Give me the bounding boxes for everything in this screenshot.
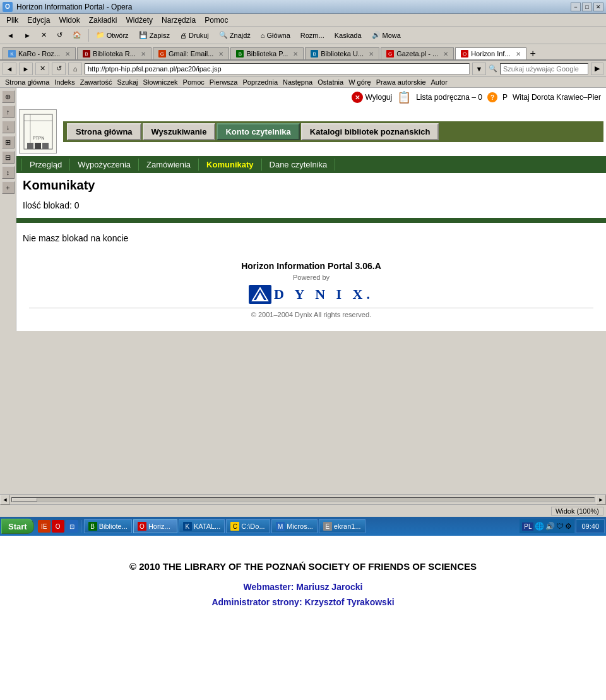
tab-3[interactable]: B Biblioteka P... ✕ bbox=[230, 47, 304, 59]
home2-button[interactable]: ⌂Główna bbox=[256, 30, 295, 41]
tab-close-1[interactable]: ✕ bbox=[141, 51, 146, 57]
taskbar-item-1[interactable]: O Horiz... bbox=[133, 519, 177, 533]
find-button[interactable]: 🔍Znajdź bbox=[215, 29, 255, 41]
nav-szukaj[interactable]: Szukaj bbox=[117, 78, 138, 86]
nav-zawartosc[interactable]: Zawartość bbox=[80, 78, 112, 86]
logout-button[interactable]: ✕ Wyloguj bbox=[352, 92, 393, 103]
minimize-button[interactable]: − bbox=[571, 3, 581, 11]
mowa-button[interactable]: 🔊Mowa bbox=[367, 29, 405, 41]
taskbar-item-2[interactable]: K KATAL... bbox=[179, 519, 225, 533]
nav-forward[interactable]: ► bbox=[19, 63, 33, 75]
clock[interactable]: 09:40 bbox=[576, 519, 605, 533]
sub-nav-komunikaty[interactable]: Komunikaty bbox=[199, 159, 261, 171]
tab-close-0[interactable]: ✕ bbox=[65, 51, 70, 57]
close-button[interactable]: ✕ bbox=[593, 3, 603, 11]
tray-antivirus[interactable]: 🛡 bbox=[556, 522, 564, 531]
ql-icon-1[interactable]: IE bbox=[38, 520, 50, 533]
reload-button[interactable]: ↺ bbox=[52, 29, 67, 41]
start-button[interactable]: Start bbox=[1, 519, 34, 534]
nav-slowniczek[interactable]: Słowniczek bbox=[143, 78, 178, 86]
home-button[interactable]: 🏠 bbox=[68, 29, 86, 41]
nav-ostatnia[interactable]: Ostatnia bbox=[318, 78, 343, 86]
menu-plik[interactable]: Plik bbox=[3, 15, 22, 25]
menu-zakladki[interactable]: Zakładki bbox=[85, 15, 121, 25]
nav-btn-katalogi[interactable]: Katalogi bibliotek poznańskich bbox=[301, 123, 439, 140]
nav-stop[interactable]: ✕ bbox=[35, 63, 49, 75]
print-button[interactable]: 🖨Drukuj bbox=[175, 30, 213, 41]
side-icon-6[interactable]: ↕ bbox=[2, 166, 15, 179]
nav-strona-glowna[interactable]: Strona główna bbox=[5, 78, 49, 86]
menu-edycja[interactable]: Edycja bbox=[23, 15, 54, 25]
tray-volume[interactable]: 🔊 bbox=[545, 522, 555, 531]
taskbar-item-3[interactable]: C C:\Do... bbox=[226, 519, 270, 533]
tab-4[interactable]: B Biblioteka U... ✕ bbox=[305, 47, 379, 59]
side-icon-5[interactable]: ⊟ bbox=[2, 151, 15, 164]
tab-close-5[interactable]: ✕ bbox=[443, 51, 448, 57]
back-button[interactable]: ◄ bbox=[3, 30, 18, 41]
scroll-right[interactable]: ► bbox=[596, 495, 606, 505]
nav-autor[interactable]: Autor bbox=[431, 78, 448, 86]
nav-home[interactable]: ⌂ bbox=[68, 63, 82, 75]
bookmark-icon[interactable]: 📋 bbox=[397, 90, 411, 104]
tab-6[interactable]: O Horizon Inf... ✕ bbox=[455, 47, 526, 59]
tray-network[interactable]: 🌐 bbox=[535, 522, 544, 531]
nav-pierwsza[interactable]: Pierwsza bbox=[210, 78, 238, 86]
tab-close-6[interactable]: ✕ bbox=[516, 51, 521, 57]
side-icon-3[interactable]: ↓ bbox=[2, 121, 15, 133]
open-button[interactable]: 📁Otwórz bbox=[92, 29, 133, 41]
menu-widok[interactable]: Widok bbox=[55, 15, 83, 25]
sub-nav-dane[interactable]: Dane czytelnika bbox=[262, 159, 336, 171]
nav-btn-konto[interactable]: Konto czytelnika bbox=[217, 123, 299, 140]
forward-button[interactable]: ► bbox=[20, 30, 35, 41]
nav-w-gore[interactable]: W górę bbox=[348, 78, 371, 86]
nav-prawa[interactable]: Prawa autorskie bbox=[376, 78, 426, 86]
stop-button[interactable]: ✕ bbox=[37, 29, 51, 41]
taskbar-item-0[interactable]: B Bibliote... bbox=[84, 519, 132, 533]
nav-indeks[interactable]: Indeks bbox=[54, 78, 74, 86]
side-icon-4[interactable]: ⊞ bbox=[2, 136, 15, 148]
search-input[interactable] bbox=[500, 63, 588, 75]
address-go[interactable]: ▼ bbox=[472, 63, 486, 75]
tab-close-2[interactable]: ✕ bbox=[218, 51, 223, 57]
ql-icon-2[interactable]: O bbox=[52, 520, 64, 533]
menu-widzety[interactable]: Widżety bbox=[122, 15, 157, 25]
ql-icon-3[interactable]: ⊡ bbox=[66, 520, 78, 533]
side-icon-2[interactable]: ↑ bbox=[2, 106, 15, 118]
sub-nav-przeglad[interactable]: Przegląd bbox=[21, 159, 70, 171]
menu-narzedzia[interactable]: Narzędzia bbox=[158, 15, 199, 25]
sub-nav-wypozyczenia[interactable]: Wypożyczenia bbox=[70, 159, 139, 171]
tab-2[interactable]: G Gmail: Email... ✕ bbox=[153, 47, 230, 59]
maximize-button[interactable]: □ bbox=[582, 3, 592, 11]
kaskada-button[interactable]: Kaskada bbox=[330, 30, 366, 41]
tab-close-3[interactable]: ✕ bbox=[293, 51, 298, 57]
save-button[interactable]: 💾Zapisz bbox=[134, 29, 174, 41]
help-icon[interactable]: ? bbox=[487, 92, 497, 102]
tray-misc[interactable]: ⚙ bbox=[565, 522, 572, 531]
taskbar-item-4[interactable]: M Micros... bbox=[271, 519, 318, 533]
nav-nastepna[interactable]: Następna bbox=[283, 78, 312, 86]
search-go-button[interactable]: ▶ bbox=[591, 63, 603, 75]
scroll-track[interactable] bbox=[11, 497, 595, 502]
nav-back[interactable]: ◄ bbox=[3, 63, 16, 75]
scroll-left[interactable]: ◄ bbox=[0, 495, 10, 505]
new-tab-button[interactable]: + bbox=[528, 48, 538, 59]
menu-pomoc[interactable]: Pomoc bbox=[201, 15, 232, 25]
tab-5[interactable]: G Gazeta.pl - ... ✕ bbox=[381, 47, 454, 59]
taskbar-item-5[interactable]: E ekran1... bbox=[319, 519, 365, 533]
nav-pomoc[interactable]: Pomoc bbox=[183, 78, 205, 86]
side-icon-7[interactable]: + bbox=[2, 181, 15, 194]
nav-reload[interactable]: ↺ bbox=[52, 63, 66, 75]
side-icon-1[interactable]: ⊕ bbox=[2, 90, 15, 103]
address-input[interactable] bbox=[85, 63, 470, 75]
nav-btn-strona[interactable]: Strona główna bbox=[67, 123, 141, 140]
nav-poprzednia[interactable]: Poprzednia bbox=[242, 78, 278, 86]
tray-lang[interactable]: PL bbox=[522, 522, 533, 531]
tab-close-4[interactable]: ✕ bbox=[369, 51, 374, 57]
tab-0[interactable]: K KaRo - Roz... ✕ bbox=[3, 47, 76, 59]
tab-1[interactable]: B Biblioteka R... ✕ bbox=[77, 47, 152, 59]
rozmiec-button[interactable]: Rozm... bbox=[296, 30, 329, 41]
zoom-level[interactable]: Widok (100%) bbox=[551, 507, 603, 516]
sub-nav-zamowienia[interactable]: Zamówienia bbox=[139, 159, 199, 171]
scroll-thumb[interactable] bbox=[12, 498, 37, 502]
nav-btn-wyszukiwanie[interactable]: Wyszukiwanie bbox=[143, 123, 216, 140]
